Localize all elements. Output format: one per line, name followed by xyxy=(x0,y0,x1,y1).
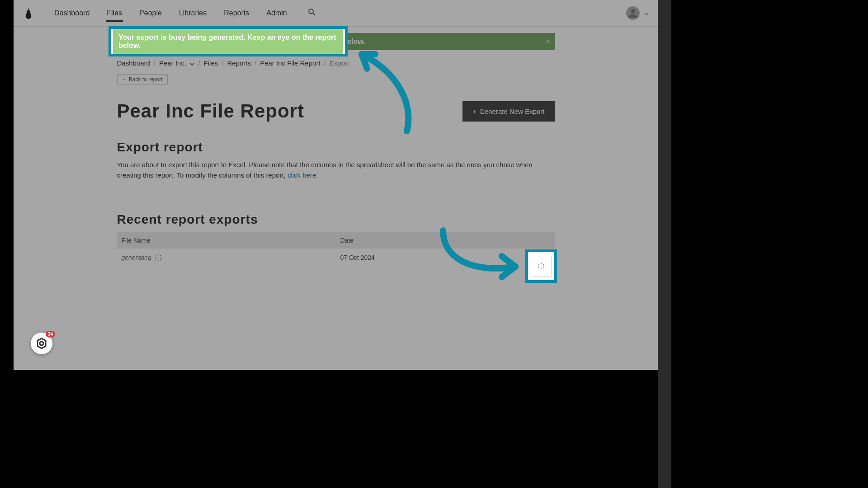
annotation-arrow-2 xyxy=(434,224,529,287)
highlight-spinner xyxy=(525,249,557,283)
svg-point-0 xyxy=(309,9,313,14)
crumb-sep: / xyxy=(255,59,256,67)
nav-items: Dashboard Files People Libraries Reports… xyxy=(53,1,316,25)
crumb-files[interactable]: Files xyxy=(204,59,218,67)
breadcrumb: Dashboard / Pear Inc. / Files / Reports … xyxy=(117,59,555,67)
search-icon[interactable] xyxy=(308,8,316,18)
page-title: Pear Inc File Report xyxy=(117,100,304,122)
row-filename-generating: generating xyxy=(122,254,161,261)
nav-files[interactable]: Files xyxy=(106,1,123,25)
export-text-after: . xyxy=(316,171,318,179)
export-text-before: You are about to export this report to E… xyxy=(117,161,533,179)
right-gutter xyxy=(658,0,671,488)
highlight-alert: Your export is busy being generated. Kee… xyxy=(108,26,348,56)
crumb-sep: / xyxy=(154,59,156,67)
crumb-dashboard[interactable]: Dashboard xyxy=(117,59,150,67)
help-widget[interactable]: 34 xyxy=(31,333,52,354)
logo-pear-icon[interactable] xyxy=(22,6,35,20)
crumb-sep: / xyxy=(324,59,326,67)
highlight-alert-text: Your export is busy being generated. Kee… xyxy=(113,29,343,54)
back-to-report-button[interactable]: ← Back to report xyxy=(117,74,168,85)
crumb-pear-inc[interactable]: Pear Inc. xyxy=(159,59,194,67)
plus-icon: + xyxy=(472,108,476,115)
col-filename: File Name xyxy=(117,232,336,249)
nav-people[interactable]: People xyxy=(138,1,163,25)
title-row: Pear Inc File Report + Generate New Expo… xyxy=(117,100,555,122)
nav-libraries[interactable]: Libraries xyxy=(178,1,208,25)
nav-reports[interactable]: Reports xyxy=(223,1,250,25)
click-here-link[interactable]: click here xyxy=(288,171,316,179)
generate-btn-label: Generate New Export xyxy=(479,108,544,115)
crumb-file-report[interactable]: Pear Inc File Report xyxy=(260,59,320,67)
crumb-sep: / xyxy=(198,59,200,67)
annotation-arrow-1 xyxy=(344,45,425,136)
highlight-spinner-box xyxy=(531,256,552,277)
svg-point-3 xyxy=(40,342,43,345)
svg-line-1 xyxy=(313,13,315,15)
nav-admin[interactable]: Admin xyxy=(265,1,288,25)
crumb-sep: / xyxy=(222,59,223,67)
top-nav: Dashboard Files People Libraries Reports… xyxy=(14,0,658,27)
nav-dashboard[interactable]: Dashboard xyxy=(53,1,90,25)
widget-badge: 34 xyxy=(46,331,55,338)
avatar[interactable] xyxy=(626,6,640,20)
export-section-title: Export report xyxy=(117,140,555,155)
generate-new-export-button[interactable]: + Generate New Export xyxy=(462,101,554,122)
crumb-reports[interactable]: Reports xyxy=(227,59,251,67)
avatar-chevron-icon[interactable] xyxy=(644,9,649,17)
nav-right xyxy=(626,6,649,20)
spinner-icon xyxy=(538,263,544,269)
svg-point-2 xyxy=(631,9,635,14)
spinner-icon xyxy=(155,254,161,261)
divider xyxy=(117,194,555,194)
export-section-text: You are about to export this report to E… xyxy=(117,160,555,180)
alert-close-icon[interactable]: × xyxy=(546,38,550,46)
